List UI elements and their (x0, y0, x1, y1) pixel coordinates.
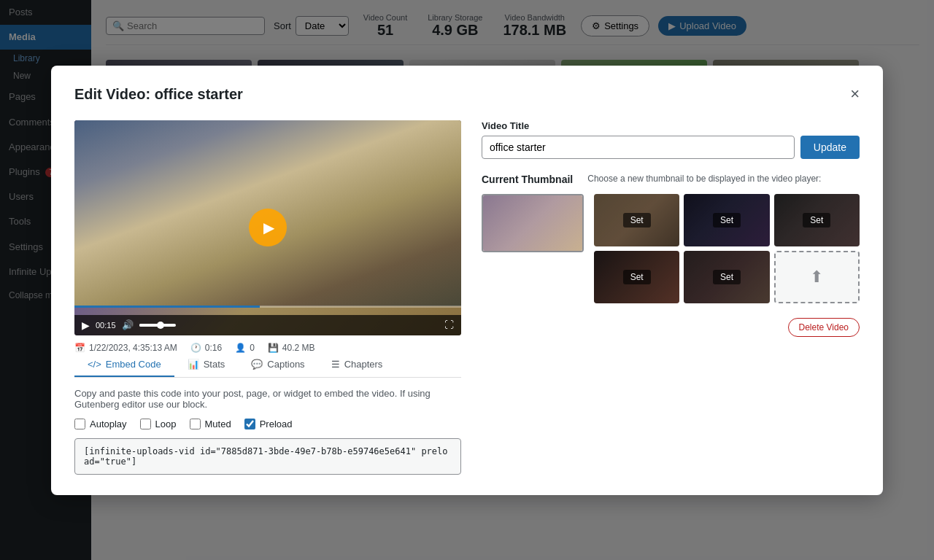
video-frame (74, 120, 461, 170)
video-area: ▶ 00:15 🔊 ⛶ 📅 1/22/2023, 4:35:13 AM (74, 120, 461, 170)
modal-title: Edit Video: office starter (74, 86, 243, 103)
right-panel: Video Title Update Current Thumbnail Cho… (482, 120, 860, 170)
modal-header: Edit Video: office starter × (74, 86, 860, 103)
video-title-label: Video Title (482, 120, 860, 131)
modal-close-button[interactable]: × (850, 86, 860, 102)
title-row: Update (482, 136, 860, 159)
edit-video-modal: Edit Video: office starter × ▶ (51, 66, 883, 170)
modal-body: ▶ 00:15 🔊 ⛶ 📅 1/22/2023, 4:35:13 AM (74, 120, 860, 170)
video-title-input[interactable] (482, 136, 795, 159)
video-player: ▶ 00:15 🔊 ⛶ (74, 120, 461, 170)
update-button[interactable]: Update (800, 136, 860, 159)
modal-overlay: Edit Video: office starter × ▶ (0, 0, 934, 169)
